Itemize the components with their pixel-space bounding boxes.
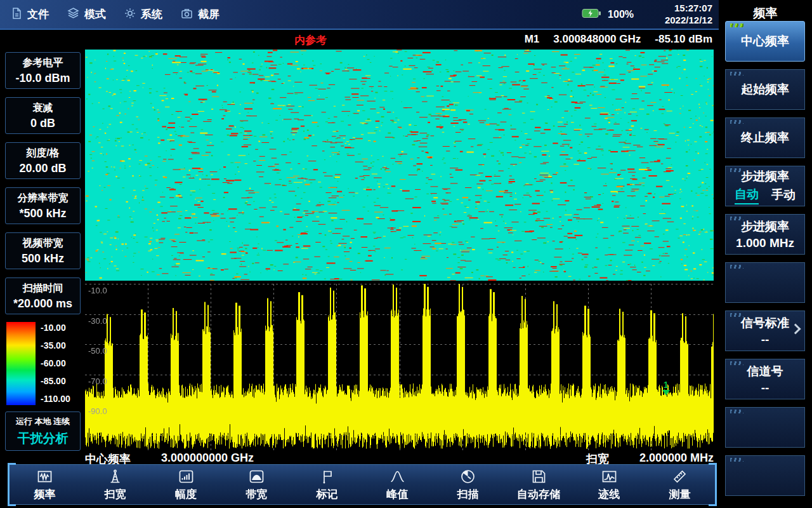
screenshot-camera-icon — [180, 7, 193, 22]
marker-name: M1 — [525, 33, 540, 46]
toolbar-right-bracket — [709, 463, 717, 506]
corner-decal-icon — [730, 23, 743, 27]
colorbar-label: -60.00 — [41, 358, 80, 368]
toolbar-frequency[interactable]: 频率 — [10, 465, 80, 504]
clock-time: 15:27:07 — [649, 3, 712, 15]
amplitude-icon — [178, 468, 195, 485]
softkey-step-frequency-value[interactable]: 步进频率 1.000 MHz — [725, 214, 805, 255]
corner-decal-icon — [730, 217, 743, 220]
attenuation-value: 0 dB — [30, 117, 55, 130]
toolbar-peak[interactable]: 峰值 — [362, 465, 433, 504]
softkey-channel-number[interactable]: 信道号 -- — [725, 359, 805, 399]
ref-level-value: -10.0 dBm — [15, 72, 70, 85]
softkey-step-frequency-mode[interactable]: 步进频率 自动 手动 — [725, 166, 805, 206]
rbw-block[interactable]: 分辨率带宽 *500 kHz — [5, 187, 81, 224]
colorbar-label: -85.00 — [41, 376, 80, 386]
clock: 15:27:07 2022/12/12 — [649, 3, 712, 27]
battery-icon — [582, 8, 601, 21]
softkey-start-frequency[interactable]: 起始频率 — [725, 69, 805, 110]
analyzer-screen: 文件 模式 系统 截屏 100% 15:27:07 2022/12/12 内参考… — [0, 0, 812, 508]
softkey-panel-title: 频率 — [719, 5, 812, 22]
y-axis-label: -10.0 — [88, 286, 107, 295]
topbar-status-cluster: 100% 15:27:07 2022/12/12 — [582, 3, 719, 27]
colorbar-label: -110.00 — [41, 394, 80, 404]
toolbar-measure[interactable]: 测量 — [645, 465, 715, 504]
corner-decal-icon — [730, 265, 743, 269]
spectrogram-canvas[interactable] — [85, 50, 714, 281]
colorbar-label: -10.00 — [41, 323, 80, 333]
ref-level-title: 参考电平 — [23, 57, 63, 70]
softkey-signal-standard[interactable]: 信号标准 -- — [725, 311, 805, 351]
marker-1: 1 — [662, 380, 670, 396]
vbw-value: 500 kHz — [22, 252, 64, 265]
softkey-panel: 频率 中心频率 起始频率 终止频率 步进频率 自动 手动 步进频率 1.000 … — [719, 0, 812, 508]
amplitude-colorbar — [6, 322, 36, 405]
menu-system-label: 系统 — [141, 7, 162, 22]
toolbar-amplitude[interactable]: 幅度 — [150, 465, 221, 504]
menu-mode-label: 模式 — [84, 7, 106, 22]
marker-amplitude: -85.10 dBm — [655, 33, 712, 46]
scale-per-div-title: 刻度/格 — [26, 147, 59, 160]
step-manual-option[interactable]: 手动 — [771, 187, 796, 203]
sweep-time-value: *20.000 ms — [13, 297, 72, 311]
measurement-mode-name: 干扰分析 — [18, 430, 69, 447]
mode-layers-icon — [67, 7, 80, 22]
spectrum-plot[interactable]: -10.0 -30.0 -50.0 -70.0 -90.0 1 — [85, 284, 714, 451]
attenuation-block[interactable]: 衰减 0 dB — [5, 97, 81, 134]
top-menu-bar: 文件 模式 系统 截屏 100% 15:27:07 2022/12/12 — [0, 0, 719, 30]
softkey-stop-frequency[interactable]: 终止频率 — [725, 117, 805, 158]
softkey-center-frequency[interactable]: 中心频率 — [725, 21, 805, 62]
scale-per-div-value: 20.00 dB — [19, 162, 66, 175]
bandwidth-icon — [248, 468, 265, 485]
marker-readout: M1 3.000848000 GHz -85.10 dBm — [525, 33, 712, 46]
softkey-blank-3[interactable] — [725, 455, 805, 496]
corner-decal-icon — [730, 458, 743, 462]
rbw-title: 分辨率带宽 — [18, 192, 69, 205]
spectrum-canvas[interactable] — [85, 284, 714, 451]
sweep-time-block[interactable]: 扫描时间 *20.000 ms — [5, 277, 81, 314]
toolbar-trace[interactable]: 迹线 — [574, 465, 645, 504]
rbw-value: *500 kHz — [19, 207, 66, 220]
vbw-title: 视频带宽 — [23, 237, 63, 250]
reference-source-label: 内参考 — [294, 33, 327, 48]
menu-screenshot[interactable]: 截屏 — [180, 7, 219, 22]
marker-frequency: 3.000848000 GHz — [553, 33, 641, 46]
corner-decal-icon — [730, 168, 743, 172]
step-auto-option[interactable]: 自动 — [735, 186, 759, 204]
corner-decal-icon — [730, 120, 743, 124]
marker-triangle-icon — [662, 390, 670, 396]
autosave-icon — [530, 468, 547, 485]
softkey-blank-2[interactable] — [725, 407, 805, 448]
toolbar-marker[interactable]: 标记 — [292, 465, 362, 504]
corner-decal-icon — [730, 72, 743, 76]
softkey-blank-1[interactable] — [725, 262, 805, 303]
corner-decal-icon — [730, 313, 743, 317]
attenuation-title: 衰减 — [33, 102, 53, 115]
spectrogram-waterfall[interactable] — [85, 50, 714, 281]
sweep-icon — [459, 468, 476, 485]
toolbar-bandwidth[interactable]: 带宽 — [221, 465, 292, 504]
menu-file-label: 文件 — [27, 7, 49, 22]
peak-icon — [389, 468, 406, 485]
file-icon — [10, 7, 23, 22]
frequency-icon — [36, 468, 53, 485]
marker-1-id: 1 — [664, 380, 669, 389]
toolbar-sweep[interactable]: 扫描 — [433, 465, 503, 504]
ref-level-block[interactable]: 参考电平 -10.0 dBm — [5, 52, 81, 89]
trace-icon — [601, 468, 618, 485]
submenu-arrow-icon — [790, 324, 801, 335]
scale-per-div-block[interactable]: 刻度/格 20.00 dB — [5, 142, 81, 179]
menu-mode[interactable]: 模式 — [67, 7, 106, 22]
toolbar-autosave[interactable]: 自动存储 — [503, 465, 573, 504]
vbw-block[interactable]: 视频带宽 500 kHz — [5, 232, 81, 269]
corner-decal-icon — [730, 361, 743, 365]
bottom-toolbar: 频率 扫宽 幅度 带宽 标记 峰值 扫描 自动存储 — [9, 464, 716, 505]
toolbar-span[interactable]: 扫宽 — [80, 465, 150, 504]
sweep-time-title: 扫描时间 — [23, 282, 63, 295]
menu-file[interactable]: 文件 — [10, 7, 49, 22]
menu-system[interactable]: 系统 — [124, 7, 162, 22]
status-row: 内参考 M1 3.000848000 GHz -85.10 dBm — [85, 30, 714, 48]
span-icon — [107, 468, 124, 485]
marker-flag-icon — [318, 468, 336, 485]
corner-decal-icon — [730, 410, 743, 413]
